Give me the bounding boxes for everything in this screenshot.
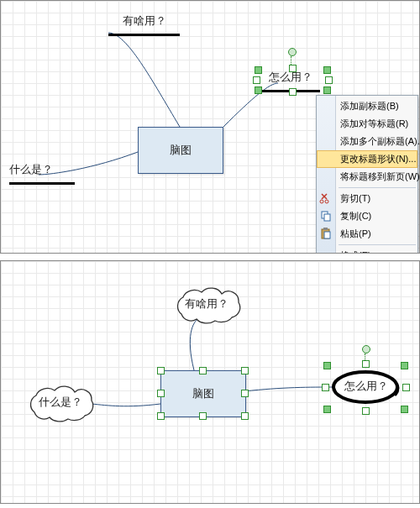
h[interactable] xyxy=(241,390,249,397)
copy-icon xyxy=(319,209,333,223)
h[interactable] xyxy=(157,367,165,374)
sel-s[interactable] xyxy=(289,88,297,96)
context-menu: 添加副标题(B) 添加对等标题(R) 添加多个副标题(A)... 更改标题形状(… xyxy=(316,95,418,254)
topic-top-label: 有啥用？ xyxy=(185,296,228,312)
menu-copy[interactable]: 复制(C) xyxy=(317,207,417,225)
sel2-ne[interactable] xyxy=(401,362,408,369)
diagram-panel-2: 脑图 有啥用？ 什么是？ 怎么用？ xyxy=(0,260,420,504)
sel2-sw[interactable] xyxy=(323,406,331,413)
sel2-nw[interactable] xyxy=(323,362,331,369)
menu-paste[interactable]: 粘贴(P) xyxy=(317,225,417,243)
sel-w[interactable] xyxy=(253,76,260,84)
topic-top-label: 有啥用？ xyxy=(123,13,166,29)
svg-rect-5 xyxy=(323,228,328,230)
svg-rect-6 xyxy=(324,232,330,238)
h[interactable] xyxy=(241,412,249,420)
menu-format[interactable]: 格式(E) xyxy=(317,247,417,254)
sel2-se[interactable] xyxy=(401,406,408,413)
svg-point-0 xyxy=(320,200,323,203)
svg-point-1 xyxy=(325,200,328,203)
sel-nw[interactable] xyxy=(255,66,262,74)
h[interactable] xyxy=(199,367,207,374)
sel-sw[interactable] xyxy=(255,86,262,94)
center-node-label: 脑图 xyxy=(170,143,192,158)
topic-top-label-wrap: 有啥用？ xyxy=(181,296,232,312)
topic-left-label: 什么是？ xyxy=(39,395,82,410)
sel-ne[interactable] xyxy=(323,66,331,74)
paste-icon xyxy=(319,227,333,240)
menu-add-multi[interactable]: 添加多个副标题(A)... xyxy=(317,133,417,150)
sel-se[interactable] xyxy=(323,86,331,94)
center-node-label: 脑图 xyxy=(192,386,214,401)
rotate-handle-2[interactable] xyxy=(362,345,370,354)
h[interactable] xyxy=(199,412,207,420)
topic-top-1[interactable]: 有啥用？ xyxy=(108,13,180,36)
topic-left-label: 什么是？ xyxy=(9,162,53,177)
sel-e[interactable] xyxy=(325,76,333,84)
sel2-s[interactable] xyxy=(362,407,370,415)
topic-right-label: 怎么用？ xyxy=(344,379,388,394)
diagram-panel-1: 脑图 有啥用？ 什么是？ 怎么用？ 添加副标题(B) 添加对等标题(R) 添加多… xyxy=(0,0,420,254)
topic-right-label-wrap: 怎么用？ xyxy=(342,379,391,394)
menu-cut[interactable]: 剪切(T) xyxy=(317,190,417,207)
center-node-1[interactable]: 脑图 xyxy=(138,127,223,174)
h[interactable] xyxy=(157,412,165,420)
center-node-2[interactable]: 脑图 xyxy=(160,370,246,417)
rotate-handle[interactable] xyxy=(288,48,297,56)
cut-icon xyxy=(319,191,333,205)
menu-add-peer[interactable]: 添加对等标题(R) xyxy=(317,115,417,133)
sel-n[interactable] xyxy=(289,65,297,72)
svg-rect-3 xyxy=(324,214,330,221)
sel2-e[interactable] xyxy=(402,384,410,391)
submenu-arrow-icon xyxy=(411,254,414,254)
h[interactable] xyxy=(157,390,165,397)
menu-move-newpage[interactable]: 将标题移到新页(W)... xyxy=(317,168,417,186)
h[interactable] xyxy=(241,367,249,374)
menu-change-shape[interactable]: 更改标题形状(N)... xyxy=(317,150,417,168)
topic-left-label-wrap: 什么是？ xyxy=(34,395,87,410)
topic-left-1[interactable]: 什么是？ xyxy=(9,162,75,185)
menu-add-subtopic[interactable]: 添加副标题(B) xyxy=(317,97,417,115)
sel2-n[interactable] xyxy=(362,360,370,368)
sel2-w[interactable] xyxy=(322,384,329,391)
